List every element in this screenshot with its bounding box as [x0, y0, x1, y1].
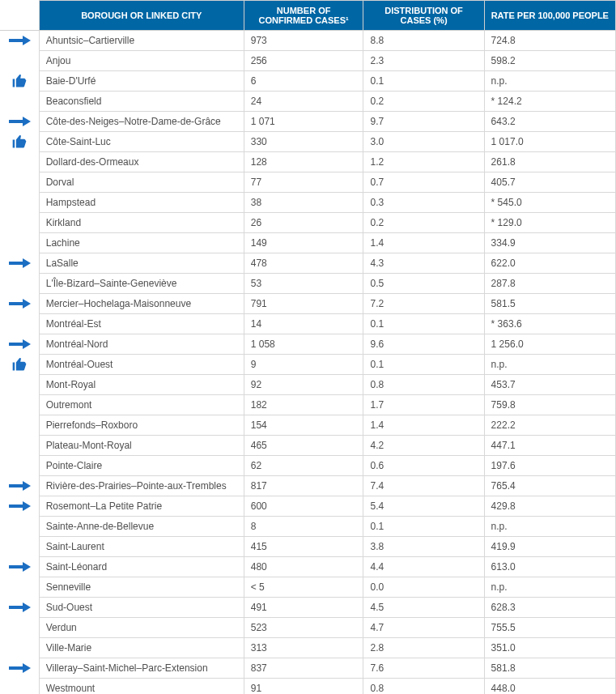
table-row: Ahuntsic–Cartierville9738.8724.8	[0, 31, 616, 51]
cell-rate: 759.8	[484, 395, 615, 415]
cell-borough: Westmount	[39, 679, 244, 695]
cell-rate: 598.2	[484, 51, 615, 71]
cell-distribution: 7.2	[363, 294, 484, 314]
cell-cases: 600	[244, 496, 363, 517]
table-row: Sainte-Anne-de-Bellevue80.1n.p.	[0, 517, 616, 537]
cell-borough: Montréal-Nord	[39, 334, 244, 355]
cell-borough: Outremont	[39, 395, 244, 415]
cell-cases: 91	[244, 679, 363, 695]
cell-cases: 973	[244, 31, 363, 51]
cell-cases: 330	[244, 132, 363, 152]
row-icon-cell	[0, 577, 39, 598]
cell-borough: Lachine	[39, 233, 244, 253]
cell-borough: Dollard-des-Ormeaux	[39, 152, 244, 172]
arrow-right-icon	[2, 35, 37, 46]
cell-distribution: 4.3	[363, 253, 484, 274]
cell-borough: L'Île-Bizard–Sainte-Geneviève	[39, 274, 244, 294]
thumbs-up-icon	[2, 356, 37, 373]
cell-rate: 643.2	[484, 112, 615, 132]
table-row: Côte-des-Neiges–Notre-Dame-de-Grâce1 071…	[0, 112, 616, 132]
header-cases: NUMBER OF CONFIRMED CASES¹	[244, 1, 363, 31]
cell-cases: 77	[244, 172, 363, 193]
row-icon-cell	[0, 334, 39, 355]
cell-rate: 453.7	[484, 375, 615, 395]
cell-borough: Villeray–Saint-Michel–Parc-Extension	[39, 658, 244, 679]
table-row: Ville-Marie313 2.8351.0	[0, 638, 616, 658]
cell-distribution: 0.1	[363, 517, 484, 537]
cell-cases: 523	[244, 618, 363, 638]
row-icon-cell	[0, 213, 39, 233]
table-row: Mercier–Hochelaga-Maisonneuve7917.2581.5	[0, 294, 616, 314]
table-row: Plateau-Mont-Royal4654.2447.1	[0, 436, 616, 456]
row-icon-cell	[0, 375, 39, 395]
table-row: Saint-Léonard480 4.4613.0	[0, 557, 616, 577]
cell-distribution: 2.8	[363, 638, 484, 658]
cell-distribution: 7.6	[363, 658, 484, 679]
cell-cases: 480	[244, 557, 363, 577]
cell-cases: 14	[244, 314, 363, 334]
cell-rate: 419.9	[484, 537, 615, 557]
cell-rate: 1 256.0	[484, 334, 615, 355]
row-icon-cell	[0, 395, 39, 415]
svg-marker-1	[23, 36, 31, 45]
cell-distribution: 0.3	[363, 193, 484, 213]
cell-cases: 1 071	[244, 112, 363, 132]
cell-rate: 755.5	[484, 618, 615, 638]
table-row: Westmount910.8448.0	[0, 679, 616, 695]
row-icon-cell	[0, 193, 39, 213]
cell-borough: Dorval	[39, 172, 244, 193]
cell-cases: 128	[244, 152, 363, 172]
cell-cases: 6	[244, 71, 363, 92]
cell-cases: 92	[244, 375, 363, 395]
cell-distribution: 4.7	[363, 618, 484, 638]
row-icon-cell	[0, 415, 39, 436]
cell-borough: Plateau-Mont-Royal	[39, 436, 244, 456]
cell-borough: Baie-D'Urfé	[39, 71, 244, 92]
cell-borough: Mont-Royal	[39, 375, 244, 395]
cell-borough: Montréal-Est	[39, 314, 244, 334]
svg-marker-15	[23, 562, 31, 572]
cell-cases: 465	[244, 436, 363, 456]
cell-rate: 581.5	[484, 294, 615, 314]
row-icon-cell	[0, 355, 39, 375]
cell-cases: 62	[244, 456, 363, 476]
table-row: L'Île-Bizard–Sainte-Geneviève 530.5287.8	[0, 274, 616, 294]
data-table: BOROUGH OR LINKED CITY NUMBER OF CONFIRM…	[0, 0, 616, 694]
cell-cases: 182	[244, 395, 363, 415]
cell-rate: * 129.0	[484, 213, 615, 233]
cell-distribution: 4.4	[363, 557, 484, 577]
cell-rate: * 363.6	[484, 314, 615, 334]
cell-cases: 154	[244, 415, 363, 436]
cell-cases: 53	[244, 274, 363, 294]
cell-rate: 197.6	[484, 456, 615, 476]
row-icon-cell	[0, 496, 39, 517]
cell-distribution: 0.6	[363, 456, 484, 476]
table-row: Senneville< 50.0n.p.	[0, 577, 616, 598]
cell-rate: n.p.	[484, 71, 615, 92]
cell-rate: 622.0	[484, 253, 615, 274]
table-row: Dorval77 0.7405.7	[0, 172, 616, 193]
cell-cases: 791	[244, 294, 363, 314]
cell-rate: 765.4	[484, 476, 615, 496]
cell-borough: Rivière-des-Prairies–Pointe-aux-Trembles	[39, 476, 244, 496]
cell-borough: Ahuntsic–Cartierville	[39, 31, 244, 51]
thumbs-up-icon	[2, 134, 37, 150]
table-row: Saint-Laurent4153.8419.9	[0, 537, 616, 557]
cell-distribution: 3.8	[363, 537, 484, 557]
row-icon-cell	[0, 537, 39, 557]
cell-distribution: 0.1	[363, 355, 484, 375]
cell-distribution: 7.4	[363, 476, 484, 496]
row-icon-cell	[0, 71, 39, 92]
cell-borough: Kirkland	[39, 213, 244, 233]
table-row: Pierrefonds–Roxboro1541.4222.2	[0, 415, 616, 436]
cell-rate: 334.9	[484, 233, 615, 253]
row-icon-cell	[0, 112, 39, 132]
cell-cases: 9	[244, 355, 363, 375]
svg-marker-9	[23, 339, 31, 349]
cell-cases: < 5	[244, 577, 363, 598]
table-row: Mont-Royal920.8453.7	[0, 375, 616, 395]
table-row: Rosemont–La Petite Patrie6005.4429.8	[0, 496, 616, 517]
cell-distribution: 0.5	[363, 274, 484, 294]
row-icon-cell	[0, 658, 39, 679]
row-icon-cell	[0, 557, 39, 577]
